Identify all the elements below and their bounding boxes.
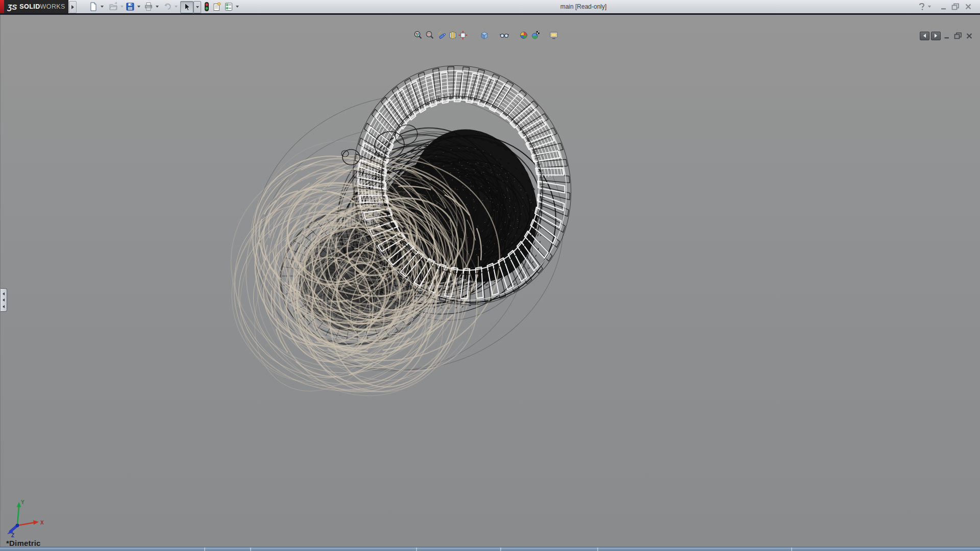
- undo-dropdown[interactable]: [173, 1, 179, 12]
- chevron-down-icon: [156, 6, 159, 8]
- y-axis-label: Y: [21, 499, 24, 505]
- titlebar: ƷSSOLIDWORKS: [0, 0, 980, 13]
- solidworks-window: { "window": { "title": "main [Read-only]…: [0, 0, 980, 551]
- file-properties-icon: [212, 2, 222, 12]
- taskbar-segment-divider: [416, 547, 417, 551]
- view-orientation-label: *Dimetric: [6, 539, 41, 547]
- orientation-triad: Y X Z: [3, 499, 54, 538]
- select-tool-dropdown[interactable]: [193, 1, 201, 13]
- close-icon: [965, 3, 972, 10]
- brand-accent-stripe: [0, 0, 4, 13]
- print-button[interactable]: [143, 1, 154, 12]
- printer-icon: [143, 2, 154, 12]
- options-button[interactable]: [223, 1, 234, 12]
- print-dropdown[interactable]: [154, 1, 160, 12]
- z-axis-label: Z: [11, 533, 14, 538]
- save-button[interactable]: [125, 1, 136, 12]
- open-folder-icon: [108, 2, 118, 12]
- close-button[interactable]: [964, 2, 973, 11]
- taskbar-segment-divider: [500, 547, 501, 551]
- restore-icon: [951, 3, 960, 10]
- chevron-down-icon: [928, 6, 931, 8]
- new-document-icon: [88, 2, 99, 12]
- help-dropdown[interactable]: [927, 2, 932, 11]
- taskbar-segment-divider: [597, 547, 598, 551]
- taskbar-segment-divider: [250, 547, 251, 551]
- traffic-light-icon: [202, 2, 211, 12]
- help-icon: [918, 3, 925, 11]
- solidworks-logo-glyph: ƷS: [7, 3, 17, 11]
- window-title: main [Read-only]: [542, 3, 625, 10]
- open-button[interactable]: [108, 1, 119, 12]
- save-floppy-icon: [125, 2, 135, 12]
- undo-button[interactable]: [162, 1, 173, 12]
- minimize-icon: [940, 3, 947, 10]
- solidworks-logo-bold: SOLID: [19, 3, 40, 10]
- engine-wireframe[interactable]: [0, 15, 980, 547]
- chevron-right-icon: [71, 5, 74, 9]
- solidworks-logo: ƷSSOLIDWORKS: [4, 0, 68, 13]
- file-properties-button[interactable]: [211, 1, 223, 12]
- chevron-down-icon: [196, 6, 199, 8]
- options-dropdown[interactable]: [234, 1, 240, 12]
- new-document-button[interactable]: [88, 1, 99, 12]
- chevron-down-icon: [120, 6, 124, 8]
- menu-flyout-tab[interactable]: [69, 1, 77, 13]
- restore-button[interactable]: [950, 2, 961, 11]
- minimize-button[interactable]: [939, 2, 948, 11]
- undo-arrow-icon: [162, 2, 173, 12]
- taskbar-edge-strip[interactable]: [0, 547, 980, 551]
- select-tool-button[interactable]: [180, 1, 193, 13]
- taskbar-segment-divider: [204, 547, 205, 551]
- x-axis-arrow: [33, 520, 39, 525]
- save-dropdown[interactable]: [136, 1, 142, 12]
- chevron-down-icon: [175, 6, 178, 8]
- x-axis-label: X: [40, 520, 44, 525]
- chevron-down-icon: [236, 6, 239, 8]
- cursor-arrow-icon: [182, 2, 192, 12]
- taskbar-segment-divider: [791, 547, 792, 551]
- chevron-down-icon: [137, 6, 140, 8]
- options-checklist-icon: [224, 2, 234, 12]
- rebuild-button[interactable]: [202, 1, 211, 12]
- chevron-down-icon: [101, 6, 104, 8]
- new-document-dropdown[interactable]: [99, 1, 105, 12]
- help-button[interactable]: [918, 2, 926, 11]
- solidworks-logo-light: WORKS: [40, 3, 65, 10]
